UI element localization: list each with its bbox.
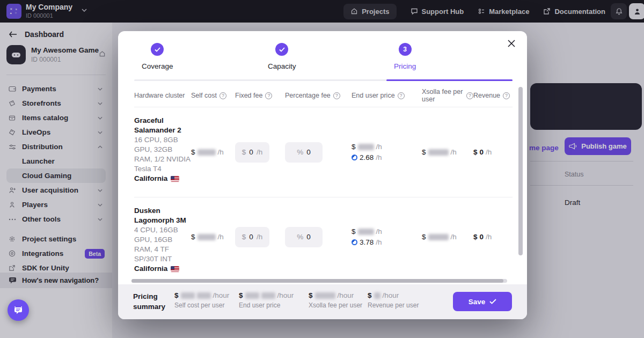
redacted-value (181, 292, 195, 299)
self-cost-value: $/h (191, 148, 235, 156)
redacted-value (374, 292, 380, 299)
help-icon[interactable]: ? (265, 92, 272, 99)
currency-coin-icon (352, 239, 357, 245)
redacted-value (197, 149, 216, 156)
pricing-modal: Coverage Capacity 3 Pricing Hardware clu… (118, 31, 527, 319)
check-icon (489, 299, 496, 304)
end-user-price: $/h 2.68/h (352, 143, 422, 161)
cluster-location: California (134, 174, 167, 183)
step-capacity[interactable]: Capacity (260, 43, 386, 70)
stepper-track-active (386, 79, 513, 81)
col-hardware-cluster: Hardware cluster (134, 92, 191, 99)
col-self-cost: Self cost? (191, 92, 235, 99)
check-icon (275, 43, 288, 56)
redacted-value (197, 234, 216, 240)
redacted-value (315, 292, 335, 299)
table-row: Dusken Lagomorph 3M 4 CPU, 16GB GPU, 16G… (134, 197, 513, 276)
us-flag-icon (171, 176, 179, 182)
help-icon[interactable]: ? (219, 92, 226, 99)
redacted-value (358, 144, 374, 150)
step-coverage[interactable]: Coverage (134, 43, 260, 70)
revenue-value: $0/h (473, 233, 513, 241)
table-row: Graceful Salamander 2 16 CPU, 8GB GPU, 3… (134, 107, 513, 197)
redacted-value (197, 292, 211, 299)
chat-bubble-icon (13, 305, 24, 315)
chat-fab-button[interactable] (8, 299, 29, 321)
col-xsolla-fee: Xsolla fee per user? (422, 88, 473, 103)
percentage-fee-input[interactable]: %0 (285, 142, 323, 163)
summary-end-user-price: $/hour End user price (239, 291, 294, 309)
fixed-fee-input[interactable]: $0/h (235, 227, 269, 247)
help-icon[interactable]: ? (333, 92, 340, 99)
cluster-location: California (134, 264, 167, 274)
help-icon[interactable]: ? (466, 92, 473, 99)
pricing-summary-footer: Pricing summary $/hour Self cost per use… (118, 284, 527, 319)
help-icon[interactable]: ? (398, 92, 405, 99)
summary-xsolla-fee: $/hour Xsolla fee per user (309, 291, 362, 309)
redacted-value (428, 149, 449, 156)
vertical-scrollbar-thumb[interactable] (518, 87, 523, 255)
cluster-specs: 4 CPU, 16GB GPU, 16GB RAM, 4 TF SP/30T I… (134, 225, 191, 264)
col-revenue: Revenue? (473, 92, 513, 99)
col-percentage-fee: Percentage fee? (285, 92, 352, 99)
revenue-value: $0/h (473, 148, 513, 156)
table-header: Hardware cluster Self cost? Fixed fee? P… (134, 84, 513, 107)
horizontal-scrollbar[interactable] (131, 279, 507, 283)
col-end-user-price: End user price? (352, 92, 422, 99)
pricing-summary-title: Pricing summary (133, 291, 176, 312)
cluster-name: Dusken Lagomorph 3M (134, 206, 191, 225)
help-icon[interactable]: ? (503, 92, 510, 99)
col-fixed-fee: Fixed fee? (235, 92, 285, 99)
percentage-fee-input[interactable]: %0 (285, 227, 323, 247)
check-icon (151, 43, 164, 56)
self-cost-value: $/h (191, 233, 235, 241)
horizontal-scrollbar-thumb[interactable] (131, 279, 503, 283)
save-button[interactable]: Save (453, 292, 512, 311)
step-number: 3 (399, 43, 412, 56)
summary-revenue: $/hour Revenue per user (368, 291, 419, 309)
summary-self-cost: $/hour Self cost per user (174, 291, 229, 309)
redacted-value (261, 292, 275, 299)
table-body: Graceful Salamander 2 16 CPU, 8GB GPU, 3… (134, 107, 513, 277)
redacted-value (245, 292, 259, 299)
fixed-fee-input[interactable]: $0/h (235, 142, 269, 163)
stepper: Coverage Capacity 3 Pricing (134, 43, 513, 70)
redacted-value (428, 234, 449, 240)
cluster-specs: 16 CPU, 8GB GPU, 32GB RAM, 1/2 NVIDIA Te… (134, 135, 191, 174)
currency-coin-icon (352, 155, 357, 160)
xsolla-fee-value: $/h (422, 233, 473, 241)
step-pricing[interactable]: 3 Pricing (386, 43, 513, 70)
end-user-price: $/h 3.78/h (352, 227, 422, 246)
us-flag-icon (171, 266, 179, 272)
cluster-name: Graceful Salamander 2 (134, 116, 191, 135)
redacted-value (358, 229, 374, 235)
xsolla-fee-value: $/h (422, 148, 473, 156)
